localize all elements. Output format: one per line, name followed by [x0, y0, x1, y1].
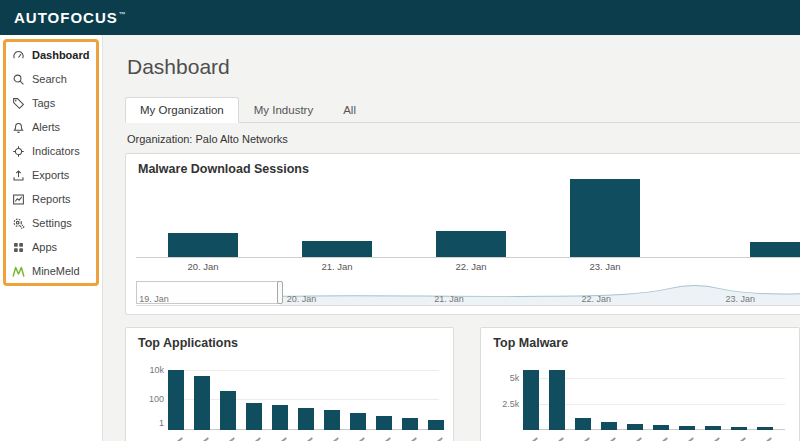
- bar: [601, 422, 617, 430]
- brush-handle[interactable]: [277, 281, 283, 304]
- sidebar-item-label: Apps: [32, 241, 57, 253]
- sidebar-item-indicators[interactable]: Indicators: [0, 139, 102, 163]
- time-range-selector[interactable]: 19. Jan20. Jan21. Jan22. Jan23. Jan: [136, 280, 800, 306]
- bars: [523, 370, 785, 430]
- y-tick-label: 10k: [136, 365, 164, 375]
- dashboard-icon: [12, 49, 25, 62]
- y-tick-label: 100: [136, 394, 164, 404]
- y-tick-label: 5k: [491, 373, 519, 383]
- bar: [570, 179, 640, 257]
- x-tick-mark: [377, 437, 391, 441]
- x-tick-mark: [680, 437, 694, 441]
- x-tick-mark: [429, 437, 443, 441]
- bar: [402, 418, 418, 430]
- x-tick-label: [672, 258, 800, 272]
- sidebar-item-label: Reports: [32, 193, 71, 205]
- x-tick-mark: [221, 437, 235, 441]
- bar: [272, 405, 288, 430]
- x-tick-mark: [351, 437, 365, 441]
- bar: [376, 416, 392, 430]
- x-tick-mark: [758, 437, 772, 441]
- bar: [302, 241, 372, 257]
- sidebar-item-tags[interactable]: Tags: [0, 91, 102, 115]
- bar: [220, 391, 236, 430]
- organization-label: Organization: Palo Alto Networks: [127, 133, 800, 145]
- sidebar-item-label: Settings: [32, 217, 72, 229]
- x-tick-mark: [195, 437, 209, 441]
- sidebar-item-minemeld[interactable]: MineMeld: [0, 259, 102, 283]
- x-tick-label: 21. Jan: [270, 258, 404, 272]
- top-applications-panel: Top Applications 10k1001: [125, 327, 454, 441]
- bell-icon: [12, 121, 25, 134]
- tab-all[interactable]: All: [328, 97, 371, 123]
- sidebar-item-alerts[interactable]: Alerts: [0, 115, 102, 139]
- tab-my-industry[interactable]: My Industry: [239, 97, 328, 123]
- x-tick-label: 20. Jan: [136, 258, 270, 272]
- x-tick-mark: [403, 437, 417, 441]
- export-icon: [12, 169, 25, 182]
- bar: [168, 370, 184, 430]
- sidebar-item-exports[interactable]: Exports: [0, 163, 102, 187]
- sidebar-item-label: Alerts: [32, 121, 60, 133]
- tab-bar: My Organization My Industry All: [125, 97, 800, 123]
- tag-icon: [12, 97, 25, 110]
- search-icon: [12, 73, 25, 86]
- bar: [246, 403, 262, 430]
- malware-sessions-x-axis: 20. Jan21. Jan22. Jan23. Jan: [136, 258, 800, 272]
- sidebar-item-label: Search: [32, 73, 67, 85]
- x-tick-mark: [550, 437, 564, 441]
- top-malware-panel: Top Malware 5k2.5k: [480, 327, 800, 441]
- x-tick-mark: [706, 437, 720, 441]
- sidebar-item-dashboard[interactable]: Dashboard: [0, 43, 102, 67]
- bar: [575, 418, 591, 430]
- bar: [298, 408, 314, 430]
- panel-title: Top Malware: [481, 328, 799, 354]
- bar: [523, 370, 539, 430]
- sidebar-item-apps[interactable]: Apps: [0, 235, 102, 259]
- sidebar: Dashboard Search Tags Alerts Indicators: [0, 35, 103, 441]
- gear-icon: [12, 217, 25, 230]
- timeline-date-label: 21. Jan: [434, 294, 464, 304]
- top-malware-chart: 5k2.5k: [491, 356, 789, 441]
- sidebar-item-label: MineMeld: [32, 265, 80, 277]
- logo-text: AUTOFOCUS: [14, 9, 118, 26]
- main-content: Dashboard My Organization My Industry Al…: [103, 35, 800, 441]
- sidebar-item-label: Exports: [32, 169, 69, 181]
- bar: [705, 426, 721, 430]
- timeline-date-label: 19. Jan: [139, 294, 169, 304]
- minemeld-icon: [12, 265, 25, 278]
- bar: [549, 370, 565, 430]
- y-tick-label: 1: [136, 418, 164, 428]
- x-tick-mark: [299, 437, 313, 441]
- sidebar-item-label: Tags: [32, 97, 55, 109]
- bar: [653, 425, 669, 430]
- malware-sessions-chart: [136, 180, 800, 258]
- timeline-date-label: 23. Jan: [726, 294, 756, 304]
- bar: [627, 424, 643, 430]
- bar: [168, 233, 238, 257]
- x-tick-mark: [325, 437, 339, 441]
- bar: [757, 427, 773, 430]
- x-tick-mark: [576, 437, 590, 441]
- bar: [731, 427, 747, 430]
- sidebar-item-label: Indicators: [32, 145, 80, 157]
- trademark-symbol: ™: [119, 11, 127, 18]
- x-tick-mark: [169, 437, 183, 441]
- panel-title: Malware Download Sessions: [126, 154, 800, 180]
- bar: [679, 426, 695, 430]
- tab-my-organization[interactable]: My Organization: [125, 97, 239, 123]
- sidebar-item-settings[interactable]: Settings: [0, 211, 102, 235]
- x-tick-mark: [602, 437, 616, 441]
- bar: [750, 242, 800, 257]
- panel-title: Top Applications: [126, 328, 453, 354]
- sidebar-item-search[interactable]: Search: [0, 67, 102, 91]
- bar: [350, 413, 366, 430]
- top-applications-chart: 10k1001: [136, 356, 443, 441]
- x-tick-mark: [654, 437, 668, 441]
- y-tick-label: 2.5k: [491, 399, 519, 409]
- sidebar-item-reports[interactable]: Reports: [0, 187, 102, 211]
- x-tick-mark: [524, 437, 538, 441]
- x-tick-mark: [247, 437, 261, 441]
- page-title: Dashboard: [127, 55, 800, 79]
- malware-sessions-panel: Malware Download Sessions 20. Jan21. Jan…: [125, 153, 800, 315]
